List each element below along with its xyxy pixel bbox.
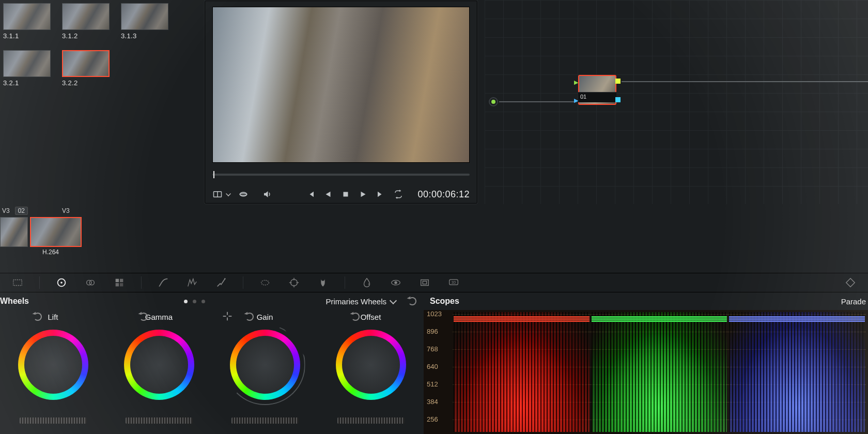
gain-color-wheel[interactable]: [230, 330, 300, 400]
window-icon[interactable]: [258, 276, 272, 289]
dot-icon[interactable]: [193, 300, 196, 303]
bypass-grades-button[interactable]: [238, 189, 249, 199]
hdr-grade-icon[interactable]: [83, 276, 98, 289]
next-clip-button[interactable]: [376, 189, 386, 199]
keyframe-panel-icon[interactable]: [843, 276, 858, 289]
svg-point-3: [240, 193, 247, 195]
curves-icon[interactable]: [156, 276, 171, 289]
viewer-timecode[interactable]: 00:00:06:12: [417, 189, 470, 200]
camera-raw-icon[interactable]: [10, 276, 25, 289]
parade-scope[interactable]: [453, 312, 866, 432]
node-label[interactable]: 01: [578, 92, 616, 102]
svg-rect-25: [423, 281, 426, 284]
clip-label: 3.1.2: [62, 30, 121, 40]
playhead[interactable]: [212, 171, 218, 178]
dot-icon[interactable]: [202, 300, 205, 303]
wheels-mode-dropdown[interactable]: Primaries Wheels: [326, 297, 416, 306]
reset-icon[interactable]: [351, 313, 360, 321]
node-port-out-alpha[interactable]: [615, 97, 621, 102]
picker-icon[interactable]: [222, 311, 233, 323]
svg-point-2: [240, 192, 247, 196]
node-port-in-rgb[interactable]: ▶: [574, 79, 578, 86]
page-dots[interactable]: [184, 300, 205, 303]
clip-label: 3.1.3: [121, 30, 180, 40]
timeline-clip[interactable]: H.264: [30, 217, 82, 247]
dot-icon[interactable]: [184, 300, 188, 303]
media-pool: 3.1.1 3.1.2 3.1.3 3.2.1 3.2.2: [0, 0, 207, 103]
svg-point-7: [60, 282, 63, 284]
wheel-nub[interactable]: [261, 361, 269, 368]
y-tick: 1023: [427, 310, 442, 318]
key-icon[interactable]: [389, 276, 403, 289]
stop-button[interactable]: [340, 189, 351, 199]
chevron-down-icon[interactable]: [226, 191, 231, 196]
wheel-nub[interactable]: [156, 361, 163, 368]
scopes-mode-dropdown[interactable]: Parade: [841, 297, 866, 306]
node-port-out-rgb[interactable]: [615, 79, 621, 84]
lift-master-jog[interactable]: [20, 417, 87, 424]
gamma-color-wheel[interactable]: [124, 330, 194, 400]
viewer-transport: 00:00:06:12: [212, 187, 470, 202]
clip-thumb[interactable]: 3.2.2: [62, 49, 121, 87]
svg-rect-4: [344, 192, 348, 197]
clip-thumb[interactable]: 3.1.3: [121, 2, 180, 40]
reset-icon[interactable]: [34, 313, 42, 321]
svg-rect-13: [120, 283, 123, 286]
wheel-label: Offset: [361, 313, 381, 321]
offset-wheel: Offset: [318, 310, 424, 434]
wheel-label: Gain: [257, 313, 273, 321]
lift-color-wheel[interactable]: [18, 330, 88, 400]
gamma-wheel: Gamma: [106, 310, 212, 434]
gain-wheel: Gain: [212, 310, 318, 434]
scopes-header: Scopes Parade: [424, 293, 868, 309]
palette-toolbar: 3D: [0, 273, 868, 292]
svg-rect-12: [116, 283, 119, 286]
clip-number[interactable]: 02: [15, 207, 28, 215]
compare-mode-button[interactable]: [212, 189, 223, 199]
viewer-image[interactable]: [212, 7, 470, 163]
svg-point-23: [394, 281, 397, 284]
y-tick: 896: [427, 328, 438, 335]
reset-icon[interactable]: [408, 297, 416, 305]
color-wheels-icon[interactable]: [54, 276, 69, 289]
color-wheels-panel: Lift Gamma Gain Offset: [0, 310, 424, 434]
gamma-master-jog[interactable]: [126, 417, 193, 424]
sizing-icon[interactable]: [417, 276, 432, 289]
wheel-nub[interactable]: [50, 361, 57, 368]
clip-thumb[interactable]: 3.1.1: [3, 2, 62, 40]
gain-master-jog[interactable]: [231, 417, 299, 424]
y-tick: 256: [427, 415, 438, 423]
tracking-icon[interactable]: [287, 276, 301, 289]
loop-button[interactable]: [393, 189, 404, 199]
prev-clip-button[interactable]: [305, 189, 316, 199]
viewer-scrubber[interactable]: [212, 174, 470, 176]
parade-green: [592, 312, 727, 432]
blur-icon[interactable]: [360, 276, 374, 289]
reset-icon[interactable]: [140, 313, 148, 321]
offset-color-wheel[interactable]: [336, 330, 406, 400]
timeline-header: V3 02 V3: [0, 206, 72, 216]
node-port-in-alpha[interactable]: ▶: [574, 97, 578, 104]
svg-point-16: [291, 280, 298, 286]
node-graph[interactable]: ▶ ▶ 01: [485, 0, 868, 204]
node-connection[interactable]: [622, 81, 868, 82]
node-source-input[interactable]: [489, 97, 498, 106]
clip-thumb[interactable]: 3.2.1: [3, 49, 62, 87]
y-tick: 512: [427, 380, 438, 388]
stereo-3d-icon[interactable]: 3D: [446, 276, 461, 289]
node-connection[interactable]: [499, 101, 577, 102]
clip-thumb[interactable]: 3.1.2: [62, 2, 121, 40]
offset-master-jog[interactable]: [337, 417, 405, 424]
audio-mute-button[interactable]: [262, 189, 272, 199]
play-button[interactable]: [358, 189, 368, 199]
qualifier-icon[interactable]: [214, 276, 228, 289]
play-reverse-button[interactable]: [323, 189, 333, 199]
svg-point-15: [261, 280, 269, 285]
y-tick: 768: [427, 345, 438, 353]
reset-icon[interactable]: [245, 313, 254, 321]
wheel-nub[interactable]: [367, 361, 375, 368]
color-warper-icon[interactable]: [185, 276, 199, 289]
chevron-down-icon: [390, 297, 397, 304]
rgb-mixer-icon[interactable]: [112, 276, 127, 289]
magic-mask-icon[interactable]: [316, 276, 330, 289]
